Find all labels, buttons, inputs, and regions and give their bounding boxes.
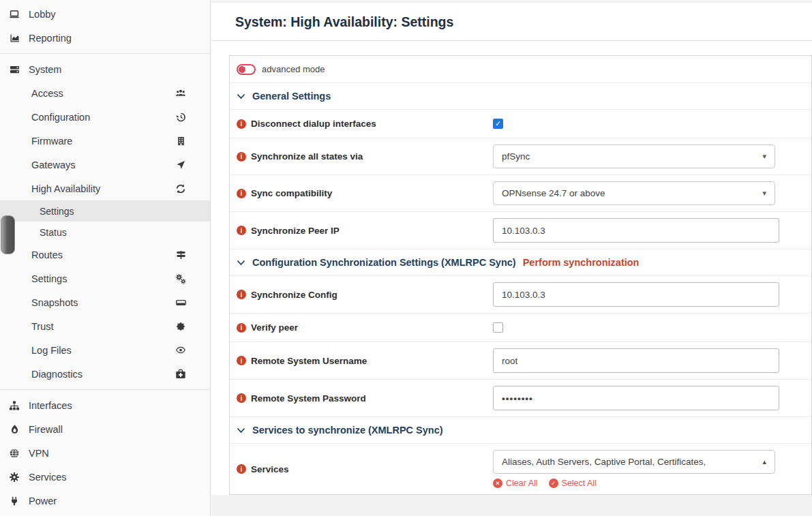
sidebar-item-system-configuration[interactable]: Configuration	[0, 105, 210, 129]
section-title: Configuration Synchronization Settings (…	[252, 257, 516, 268]
sidebar-item-system-trust[interactable]: Trust	[0, 314, 210, 338]
history-icon	[174, 112, 187, 123]
info-icon[interactable]: i	[237, 323, 246, 333]
services-select[interactable]: Aliases, Auth Servers, Captive Portal, C…	[493, 450, 775, 474]
chevron-down-icon[interactable]	[237, 93, 245, 100]
synchronize-config-label: Synchronize Config	[251, 290, 337, 300]
laptop-icon	[7, 9, 22, 20]
configuration-synchronization-settings-link[interactable]: Perform synchronization	[523, 257, 640, 268]
sidebar-item-system-settings[interactable]: Settings	[0, 267, 210, 290]
synchronize-all-states-via-select[interactable]: pfSync▾	[493, 145, 775, 168]
page-title: System: High Availability: Settings	[235, 14, 812, 30]
info-icon[interactable]: i	[237, 189, 246, 198]
server-icon	[7, 64, 22, 75]
synchronize-peer-ip-input[interactable]	[493, 218, 779, 243]
sidebar-item-firewall[interactable]: Firewall	[0, 417, 210, 441]
info-icon[interactable]: i	[237, 464, 246, 474]
sidebar-item-label: Log Files	[31, 345, 72, 356]
disconnect-dialup-interfaces-label-cell: iDisconnect dialup interfaces	[237, 119, 493, 129]
info-icon[interactable]: i	[237, 393, 246, 403]
refresh-icon	[174, 183, 187, 194]
sidebar-item-reporting[interactable]: Reporting	[0, 26, 210, 50]
synchronize-config-input[interactable]	[493, 282, 779, 307]
remote-system-username-control-cell	[493, 342, 779, 379]
main-content: System: High Availability: Settings adva…	[211, 0, 812, 516]
sidebar-item-label: Settings	[31, 273, 67, 284]
info-icon[interactable]: i	[237, 290, 246, 299]
sidebar-item-services[interactable]: Services	[0, 465, 210, 489]
info-icon[interactable]: i	[237, 152, 246, 162]
location-arrow-icon	[174, 160, 187, 170]
sync-compatibility-row: iSync compatibilityOPNsense 24.7 or abov…	[230, 175, 811, 212]
remote-system-password-input[interactable]	[493, 386, 779, 410]
caret-down-icon: ▾	[762, 152, 766, 161]
info-icon[interactable]: i	[237, 356, 246, 365]
sidebar-item-label: Routes	[31, 249, 63, 260]
select-all-button[interactable]: ✓Select All	[549, 479, 597, 488]
services-actions: ×Clear All✓Select All	[493, 479, 775, 488]
sync-compatibility-select[interactable]: OPNsense 24.7 or above▾	[493, 181, 775, 205]
verify-peer-control-cell	[493, 316, 503, 339]
sidebar-item-vpn[interactable]: VPN	[0, 441, 210, 465]
info-icon[interactable]: i	[237, 119, 246, 129]
gear-icon	[7, 472, 22, 483]
sidebar-item-interfaces[interactable]: Interfaces	[0, 393, 210, 417]
sidebar-item-system[interactable]: System	[0, 57, 210, 81]
verify-peer-checkbox[interactable]	[493, 322, 503, 333]
remote-system-username-label: Remote System Username	[251, 356, 367, 366]
sidebar-item-label: VPN	[29, 448, 49, 459]
advanced-mode-row: advanced mode	[230, 56, 811, 83]
users-icon	[174, 88, 187, 98]
sidebar-item-label: Snapshots	[31, 297, 78, 308]
sidebar-item-system-routes[interactable]: Routes	[0, 243, 210, 267]
sidebar-item-system-high-availability[interactable]: High Availability	[0, 177, 210, 200]
sidebar-item-label: High Availability	[31, 183, 100, 194]
sidebar-divider	[0, 389, 210, 390]
chevron-down-icon[interactable]	[237, 427, 245, 434]
sidebar-item-high-availability-settings[interactable]: Settings	[0, 200, 210, 222]
sidebar-item-help[interactable]: Help	[0, 513, 210, 516]
sidebar-item-high-availability-status[interactable]: Status	[0, 222, 210, 243]
disconnect-dialup-interfaces-checkbox[interactable]: ✓	[493, 119, 503, 129]
synchronize-peer-ip-label: Synchronize Peer IP	[251, 226, 340, 236]
cogs-icon	[174, 273, 187, 284]
sidebar: LobbyReportingSystemAccessConfigurationF…	[0, 0, 211, 516]
services-label: Services	[251, 464, 289, 474]
sidebar-item-power[interactable]: Power	[0, 489, 210, 513]
sidebar-item-system-access[interactable]: Access	[0, 81, 210, 105]
remote-system-username-input[interactable]	[493, 348, 779, 373]
chart-icon	[7, 33, 22, 44]
drawer-handle[interactable]	[1, 215, 15, 254]
section-configuration-synchronization-settings: Configuration Synchronization Settings (…	[230, 249, 811, 276]
sidebar-item-label: Power	[29, 496, 57, 506]
clear-all-button[interactable]: ×Clear All	[493, 479, 538, 488]
sidebar-item-system-diagnostics[interactable]: Diagnostics	[0, 362, 210, 386]
services-selected-value: Aliases, Auth Servers, Captive Portal, C…	[502, 457, 706, 467]
remote-system-username-row: iRemote System Username	[230, 342, 811, 380]
section-title: General Settings	[252, 91, 331, 102]
synchronize-all-states-via-label: Synchronize all states via	[251, 151, 363, 162]
certificate-icon	[174, 321, 187, 332]
synchronize-peer-ip-row: iSynchronize Peer IP	[230, 212, 811, 249]
services-label-cell: iServices	[237, 464, 493, 474]
sidebar-item-label: Status	[40, 227, 67, 238]
advanced-mode-label: advanced mode	[262, 64, 325, 74]
sidebar-item-label: Lobby	[29, 9, 56, 20]
section-title: Services to synchronize (XMLRPC Sync)	[252, 425, 443, 436]
sidebar-item-lobby[interactable]: Lobby	[0, 2, 210, 26]
sidebar-item-system-gateways[interactable]: Gateways	[0, 153, 210, 177]
verify-peer-label: Verify peer	[251, 322, 298, 333]
synchronize-all-states-via-control-cell: pfSync▾	[493, 138, 775, 174]
hdd-icon	[174, 297, 187, 308]
advanced-mode-toggle[interactable]	[237, 64, 256, 75]
sidebar-item-label: Firmware	[31, 136, 72, 147]
chevron-down-icon[interactable]	[237, 260, 245, 266]
sidebar-item-system-log-files[interactable]: Log Files	[0, 338, 210, 362]
synchronize-peer-ip-control-cell	[493, 212, 779, 249]
sidebar-item-system-snapshots[interactable]: Snapshots	[0, 290, 210, 314]
section-services-to-synchronize: Services to synchronize (XMLRPC Sync)	[230, 417, 811, 444]
sync-compatibility-label: Sync compatibility	[251, 188, 332, 198]
info-icon[interactable]: i	[237, 226, 246, 235]
sidebar-item-label: Trust	[31, 321, 54, 332]
sidebar-item-system-firmware[interactable]: Firmware	[0, 129, 210, 153]
